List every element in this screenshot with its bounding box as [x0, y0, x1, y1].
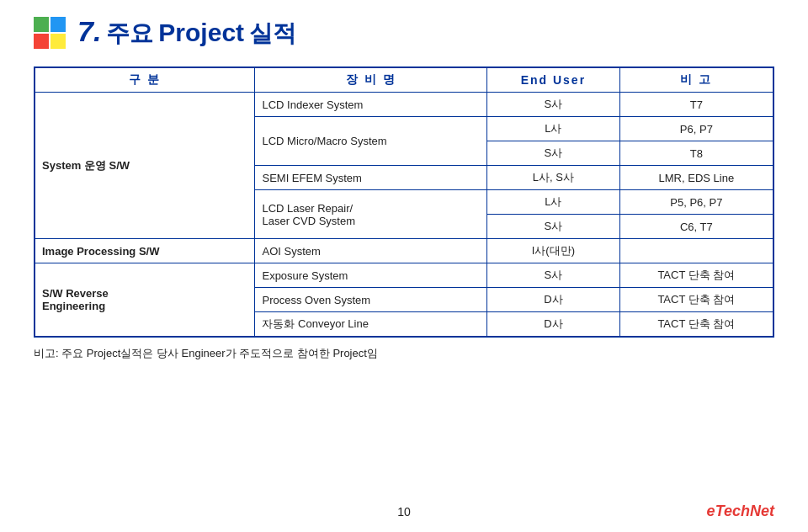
enduser-ls: L사, S사 [487, 166, 620, 190]
logo-sq-red [34, 34, 49, 49]
equipment-process-oven: Process Oven System [255, 288, 487, 312]
col-header-bigo: 비 고 [619, 67, 773, 93]
enduser-d-2: D사 [487, 312, 620, 338]
main-table: 구 분 장 비 명 End User 비 고 System 운영 S/W LCD… [34, 66, 774, 338]
note-t7: T7 [619, 93, 773, 117]
logo-block [34, 17, 66, 49]
group-system: System 운영 S/W [35, 93, 255, 239]
equipment-conveyor: 자동화 Conveyor Line [255, 312, 487, 338]
group-sw-reverse: S/W ReverseEngineering [35, 263, 255, 338]
brand-prefix: e [707, 503, 715, 519]
page-bottom: 10 eTechNet [0, 503, 808, 520]
table-row: Image Processing S/W AOI System I사(대만) [35, 239, 773, 263]
enduser-s-1: S사 [487, 93, 620, 117]
logo-sq-green [34, 17, 49, 32]
note-c6t7: C6, T7 [619, 215, 773, 239]
equipment-lcd-laser: LCD Laser Repair/Laser CVD System [255, 190, 487, 239]
enduser-s-3: S사 [487, 215, 620, 239]
equipment-semi-efem: SEMI EFEM System [255, 166, 487, 190]
note-t8: T8 [619, 141, 773, 166]
equipment-aoi: AOI System [255, 239, 487, 263]
note-p6p7: P6, P7 [619, 117, 773, 141]
equipment-lcd-micro: LCD Micro/Macro System [255, 117, 487, 166]
note-tact-1: TACT 단축 참여 [619, 263, 773, 288]
enduser-i: I사(대만) [487, 239, 620, 263]
note-p5p6p7: P5, P6, P7 [619, 190, 773, 215]
table-header-row: 구 분 장 비 명 End User 비 고 [35, 67, 773, 93]
page-title: 7. 주요 Project 실적 [77, 15, 296, 50]
page-container: 7. 주요 Project 실적 구 분 장 비 명 End User 비 고 … [0, 0, 808, 532]
header: 7. 주요 Project 실적 [34, 15, 774, 50]
logo-sq-yellow [50, 34, 66, 49]
enduser-d-1: D사 [487, 288, 620, 312]
equipment-exposure: Exposure System [255, 263, 487, 288]
page-number: 10 [280, 505, 527, 519]
note-tact-3: TACT 단축 참여 [619, 312, 773, 338]
section-number: 7. [77, 15, 101, 48]
col-header-enduser: End User [487, 67, 620, 93]
title-ko1: 주요 [106, 18, 153, 50]
brand-suffix: TechNet [715, 503, 774, 519]
brand: eTechNet [528, 503, 774, 520]
note-lmr: LMR, EDS Line [619, 166, 773, 190]
note-empty [619, 239, 773, 263]
col-header-jangbi: 장 비 명 [255, 67, 487, 93]
enduser-s-4: S사 [487, 263, 620, 288]
title-en: Project [158, 19, 244, 47]
col-header-gubun: 구 분 [35, 67, 255, 93]
footer-note: 비고: 주요 Project실적은 당사 Engineer가 주도적으로 참여한… [34, 346, 774, 361]
group-image-processing: Image Processing S/W [35, 239, 255, 263]
equipment-lcd-indexer: LCD Indexer System [255, 93, 487, 117]
enduser-l-2: L사 [487, 190, 620, 215]
title-ko2: 실적 [249, 18, 296, 50]
note-tact-2: TACT 단축 참여 [619, 288, 773, 312]
table-row: System 운영 S/W LCD Indexer System S사 T7 [35, 93, 773, 117]
enduser-l-1: L사 [487, 117, 620, 141]
enduser-s-2: S사 [487, 141, 620, 166]
table-row: S/W ReverseEngineering Exposure System S… [35, 263, 773, 288]
logo-sq-blue [50, 17, 66, 32]
